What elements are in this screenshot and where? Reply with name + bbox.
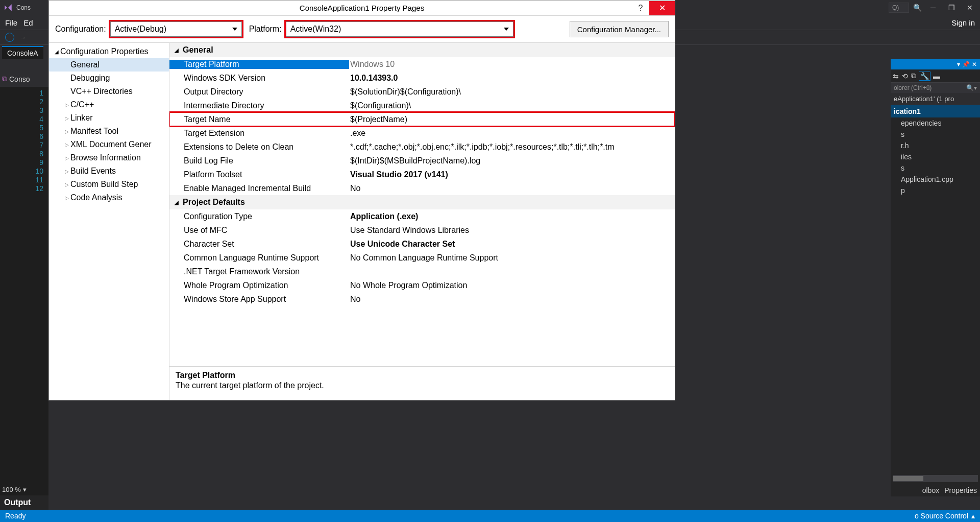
grid-key: Windows SDK Version [169,74,349,83]
line-number: 10 [0,167,48,176]
grid-value[interactable]: $(SolutionDir)$(Configuration)\ [349,87,675,97]
dialog-close-button[interactable]: ✕ [649,1,675,15]
open-file-tab[interactable]: ⧉Conso [2,75,30,83]
grid-value[interactable]: *.cdf;*.cache;*.obj;*.obj.enc;*.ilk;*.ip… [349,143,675,152]
grid-row[interactable]: Configuration TypeApplication (.exe) [169,209,675,223]
grid-key: Whole Program Optimization [169,281,349,290]
grid-row[interactable]: Whole Program OptimizationNo Whole Progr… [169,278,675,292]
property-grid[interactable]: ◢GeneralTarget PlatformWindows 10Windows… [169,43,675,367]
grid-key: Target Platform [169,60,349,69]
grid-row[interactable]: Target Extension.exe [169,126,675,140]
tree-item[interactable]: Build Events [49,164,169,178]
grid-row[interactable]: Windows SDK Version10.0.14393.0 [169,71,675,85]
dialog-toolbar: Configuration: Active(Debug) Platform: A… [49,16,675,42]
grid-row[interactable]: Enable Managed Incremental BuildNo [169,181,675,195]
code-editor-gutter: 123456789101112 [0,87,48,409]
tree-item[interactable]: XML Document Gener [49,138,169,151]
grid-row[interactable]: Intermediate Directory$(Configuration)\ [169,99,675,112]
line-number: 12 [0,184,48,193]
line-number: 6 [0,132,48,141]
menu-file[interactable]: File [5,18,17,27]
grid-key: Extensions to Delete on Clean [169,143,349,152]
grid-key: Use of MFC [169,226,349,235]
grid-key: Windows Store App Support [169,295,349,304]
line-number: 1 [0,89,48,98]
grid-value[interactable]: 10.0.14393.0 [349,74,675,83]
grid-value[interactable]: $(IntDir)$(MSBuildProjectName).log [349,156,675,165]
grid-row[interactable]: Extensions to Delete on Clean*.cdf;*.cac… [169,140,675,154]
line-number: 9 [0,158,48,167]
tree-item[interactable]: VC++ Directories [49,85,169,98]
grid-value[interactable]: No [349,295,675,304]
configuration-label: Configuration: [55,25,106,34]
grid-row[interactable]: Character SetUse Unicode Character Set [169,237,675,251]
property-pages-dialog: ConsoleApplication1 Property Pages ? ✕ C… [48,0,675,400]
grid-key: Target Extension [169,129,349,138]
line-number: 7 [0,141,48,150]
grid-key: Enable Managed Incremental Build [169,184,349,193]
grid-key: .NET Target Framework Version [169,267,349,276]
grid-value[interactable]: No [349,184,675,193]
grid-section-header[interactable]: ◢Project Defaults [169,195,675,209]
grid-value[interactable]: .exe [349,129,675,138]
grid-row[interactable]: Windows Store App SupportNo [169,292,675,306]
line-number: 11 [0,176,48,184]
grid-row[interactable]: Target PlatformWindows 10 [169,57,675,71]
configuration-manager-button[interactable]: Configuration Manager... [570,21,669,37]
line-number: 2 [0,98,48,106]
description-title: Target Platform [176,371,669,380]
line-number: 4 [0,115,48,124]
grid-value[interactable]: $(Configuration)\ [349,101,675,110]
vs-logo-icon [3,3,13,13]
grid-row[interactable]: Target Name$(ProjectName) [169,112,675,126]
tree-item[interactable]: C/C++ [49,98,169,111]
tree-item[interactable]: Manifest Tool [49,125,169,138]
dialog-title: ConsoleApplication1 Property Pages [300,4,424,12]
grid-row[interactable]: Common Language Runtime SupportNo Common… [169,251,675,265]
tree-item[interactable]: General [49,58,169,72]
grid-row[interactable]: Build Log File$(IntDir)$(MSBuildProjectN… [169,154,675,168]
grid-row[interactable]: Use of MFCUse Standard Windows Libraries [169,223,675,237]
tree-item[interactable]: Custom Build Step [49,178,169,191]
nav-back-icon[interactable] [5,33,14,42]
configuration-combo[interactable]: Active(Debug) [110,21,242,37]
document-tab[interactable]: ConsoleA [2,46,43,59]
tree-item[interactable]: Linker [49,111,169,125]
grid-row[interactable]: Platform ToolsetVisual Studio 2017 (v141… [169,168,675,181]
help-button[interactable]: ? [632,1,649,15]
grid-key: Output Directory [169,87,349,97]
grid-key: Platform Toolset [169,170,349,179]
grid-value[interactable]: Use Unicode Character Set [349,240,675,249]
grid-value[interactable]: Use Standard Windows Libraries [349,226,675,235]
nav-forward-icon[interactable]: → [19,34,26,41]
grid-value[interactable]: No Common Language Runtime Support [349,253,675,263]
grid-value[interactable]: Windows 10 [349,60,675,69]
tree-item[interactable]: Browse Information [49,151,169,164]
grid-key: Configuration Type [169,212,349,221]
menu-edit[interactable]: Ed [23,18,33,27]
dialog-titlebar[interactable]: ConsoleApplication1 Property Pages ? ✕ [49,1,675,16]
line-number: 5 [0,124,48,132]
grid-value[interactable]: Application (.exe) [349,212,675,221]
grid-key: Build Log File [169,156,349,165]
tree-item[interactable]: Debugging [49,72,169,85]
grid-row[interactable]: Output Directory$(SolutionDir)$(Configur… [169,85,675,99]
grid-key: Intermediate Directory [169,101,349,110]
line-number: 3 [0,106,48,115]
grid-key: Character Set [169,240,349,249]
tree-item[interactable]: Code Analysis [49,191,169,204]
grid-section-header[interactable]: ◢General [169,43,675,57]
line-number: 8 [0,150,48,158]
grid-value[interactable]: Visual Studio 2017 (v141) [349,170,675,179]
grid-key: Target Name [169,115,349,124]
vs-title: Cons [16,4,31,11]
description-body: The current target platform of the proje… [176,381,669,390]
config-properties-tree[interactable]: Configuration Properties GeneralDebuggin… [49,43,169,400]
grid-key: Common Language Runtime Support [169,253,349,263]
grid-value[interactable]: No Whole Program Optimization [349,281,675,290]
tree-root[interactable]: Configuration Properties [49,45,169,58]
description-pane: Target Platform The current target platf… [169,367,675,400]
grid-row[interactable]: .NET Target Framework Version [169,265,675,278]
platform-combo[interactable]: Active(Win32) [286,21,513,37]
grid-value[interactable]: $(ProjectName) [349,115,675,124]
